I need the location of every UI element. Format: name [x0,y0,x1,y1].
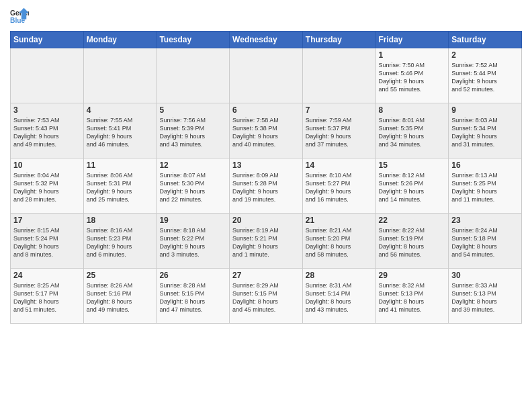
day-number: 28 [306,271,373,280]
calendar-cell: 23Sunrise: 8:24 AM Sunset: 5:18 PM Dayli… [449,214,522,269]
calendar-cell: 24Sunrise: 8:25 AM Sunset: 5:17 PM Dayli… [11,269,84,324]
calendar-cell [230,48,303,103]
calendar-cell: 7Sunrise: 7:59 AM Sunset: 5:37 PM Daylig… [302,103,375,158]
day-number: 8 [379,105,446,115]
calendar-cell: 5Sunrise: 7:56 AM Sunset: 5:39 PM Daylig… [157,103,230,158]
calendar: SundayMondayTuesdayWednesdayThursdayFrid… [10,31,522,324]
calendar-cell [11,48,84,103]
calendar-cell [83,48,157,103]
day-info: Sunrise: 8:33 AM Sunset: 5:13 PM Dayligh… [451,281,519,314]
weekday-header-tuesday: Tuesday [157,32,230,48]
day-info: Sunrise: 7:50 AM Sunset: 5:46 PM Dayligh… [379,61,446,94]
day-number: 25 [87,271,154,280]
calendar-cell: 20Sunrise: 8:19 AM Sunset: 5:21 PM Dayli… [230,214,303,269]
weekday-header-sunday: Sunday [11,32,84,48]
calendar-cell: 11Sunrise: 8:06 AM Sunset: 5:31 PM Dayli… [83,158,157,214]
day-info: Sunrise: 7:59 AM Sunset: 5:37 PM Dayligh… [306,116,373,149]
day-number: 7 [306,105,373,115]
logo-icon: General Blue [10,7,29,26]
day-info: Sunrise: 8:12 AM Sunset: 5:26 PM Dayligh… [379,171,446,204]
calendar-cell: 16Sunrise: 8:13 AM Sunset: 5:25 PM Dayli… [449,158,522,214]
calendar-cell: 21Sunrise: 8:21 AM Sunset: 5:20 PM Dayli… [302,214,375,269]
calendar-cell: 22Sunrise: 8:22 AM Sunset: 5:19 PM Dayli… [375,214,449,269]
day-info: Sunrise: 8:28 AM Sunset: 5:15 PM Dayligh… [159,281,226,314]
day-number: 26 [159,271,226,280]
day-number: 16 [451,161,519,170]
calendar-cell: 13Sunrise: 8:09 AM Sunset: 5:28 PM Dayli… [230,158,303,214]
day-info: Sunrise: 7:52 AM Sunset: 5:44 PM Dayligh… [451,61,519,94]
day-info: Sunrise: 8:25 AM Sunset: 5:17 PM Dayligh… [13,281,81,314]
day-number: 22 [379,216,446,225]
day-number: 10 [13,161,81,170]
day-info: Sunrise: 8:19 AM Sunset: 5:21 PM Dayligh… [232,226,300,259]
calendar-cell [157,48,230,103]
calendar-cell: 30Sunrise: 8:33 AM Sunset: 5:13 PM Dayli… [449,269,522,324]
day-number: 27 [232,271,300,280]
calendar-cell: 17Sunrise: 8:15 AM Sunset: 5:24 PM Dayli… [11,214,84,269]
day-info: Sunrise: 7:53 AM Sunset: 5:43 PM Dayligh… [13,116,81,149]
day-info: Sunrise: 8:03 AM Sunset: 5:34 PM Dayligh… [451,116,519,149]
calendar-cell: 9Sunrise: 8:03 AM Sunset: 5:34 PM Daylig… [449,103,522,158]
day-info: Sunrise: 8:32 AM Sunset: 5:13 PM Dayligh… [379,281,446,314]
day-info: Sunrise: 8:29 AM Sunset: 5:15 PM Dayligh… [232,281,300,314]
day-number: 11 [87,161,154,170]
day-number: 6 [232,105,300,115]
page-header: General Blue [10,7,522,26]
logo: General Blue [10,7,29,26]
day-number: 20 [232,216,300,225]
day-number: 13 [232,161,300,170]
day-info: Sunrise: 8:26 AM Sunset: 5:16 PM Dayligh… [87,281,154,314]
calendar-cell: 6Sunrise: 7:58 AM Sunset: 5:38 PM Daylig… [230,103,303,158]
day-number: 12 [159,161,226,170]
calendar-cell: 25Sunrise: 8:26 AM Sunset: 5:16 PM Dayli… [83,269,157,324]
weekday-header-monday: Monday [83,32,157,48]
calendar-cell [302,48,375,103]
day-info: Sunrise: 8:16 AM Sunset: 5:23 PM Dayligh… [87,226,154,259]
day-info: Sunrise: 8:13 AM Sunset: 5:25 PM Dayligh… [451,171,519,204]
calendar-cell: 8Sunrise: 8:01 AM Sunset: 5:35 PM Daylig… [375,103,449,158]
calendar-cell: 27Sunrise: 8:29 AM Sunset: 5:15 PM Dayli… [230,269,303,324]
weekday-header-friday: Friday [375,32,449,48]
day-info: Sunrise: 8:15 AM Sunset: 5:24 PM Dayligh… [13,226,81,259]
calendar-cell: 19Sunrise: 8:18 AM Sunset: 5:22 PM Dayli… [157,214,230,269]
weekday-header-wednesday: Wednesday [230,32,303,48]
day-info: Sunrise: 8:31 AM Sunset: 5:14 PM Dayligh… [306,281,373,314]
calendar-cell: 15Sunrise: 8:12 AM Sunset: 5:26 PM Dayli… [375,158,449,214]
day-number: 24 [13,271,81,280]
day-number: 21 [306,216,373,225]
day-number: 1 [379,50,446,60]
calendar-cell: 1Sunrise: 7:50 AM Sunset: 5:46 PM Daylig… [375,48,449,103]
day-info: Sunrise: 8:09 AM Sunset: 5:28 PM Dayligh… [232,171,300,204]
day-number: 18 [87,216,154,225]
day-info: Sunrise: 7:55 AM Sunset: 5:41 PM Dayligh… [87,116,154,149]
calendar-cell: 29Sunrise: 8:32 AM Sunset: 5:13 PM Dayli… [375,269,449,324]
calendar-cell: 26Sunrise: 8:28 AM Sunset: 5:15 PM Dayli… [157,269,230,324]
calendar-cell: 10Sunrise: 8:04 AM Sunset: 5:32 PM Dayli… [11,158,84,214]
day-number: 30 [451,271,519,280]
day-info: Sunrise: 8:22 AM Sunset: 5:19 PM Dayligh… [379,226,446,259]
day-info: Sunrise: 8:06 AM Sunset: 5:31 PM Dayligh… [87,171,154,204]
day-number: 19 [159,216,226,225]
weekday-header-thursday: Thursday [302,32,375,48]
day-info: Sunrise: 8:01 AM Sunset: 5:35 PM Dayligh… [379,116,446,149]
day-info: Sunrise: 8:24 AM Sunset: 5:18 PM Dayligh… [451,226,519,259]
calendar-cell: 3Sunrise: 7:53 AM Sunset: 5:43 PM Daylig… [11,103,84,158]
day-number: 15 [379,161,446,170]
calendar-cell: 18Sunrise: 8:16 AM Sunset: 5:23 PM Dayli… [83,214,157,269]
calendar-cell: 28Sunrise: 8:31 AM Sunset: 5:14 PM Dayli… [302,269,375,324]
day-info: Sunrise: 8:18 AM Sunset: 5:22 PM Dayligh… [159,226,226,259]
day-number: 9 [451,105,519,115]
calendar-cell: 2Sunrise: 7:52 AM Sunset: 5:44 PM Daylig… [449,48,522,103]
day-info: Sunrise: 8:04 AM Sunset: 5:32 PM Dayligh… [13,171,81,204]
day-number: 4 [87,105,154,115]
day-info: Sunrise: 8:07 AM Sunset: 5:30 PM Dayligh… [159,171,226,204]
day-number: 23 [451,216,519,225]
day-info: Sunrise: 7:58 AM Sunset: 5:38 PM Dayligh… [232,116,300,149]
day-number: 29 [379,271,446,280]
day-info: Sunrise: 8:21 AM Sunset: 5:20 PM Dayligh… [306,226,373,259]
day-number: 5 [159,105,226,115]
calendar-cell: 14Sunrise: 8:10 AM Sunset: 5:27 PM Dayli… [302,158,375,214]
day-info: Sunrise: 7:56 AM Sunset: 5:39 PM Dayligh… [159,116,226,149]
day-info: Sunrise: 8:10 AM Sunset: 5:27 PM Dayligh… [306,171,373,204]
day-number: 17 [13,216,81,225]
